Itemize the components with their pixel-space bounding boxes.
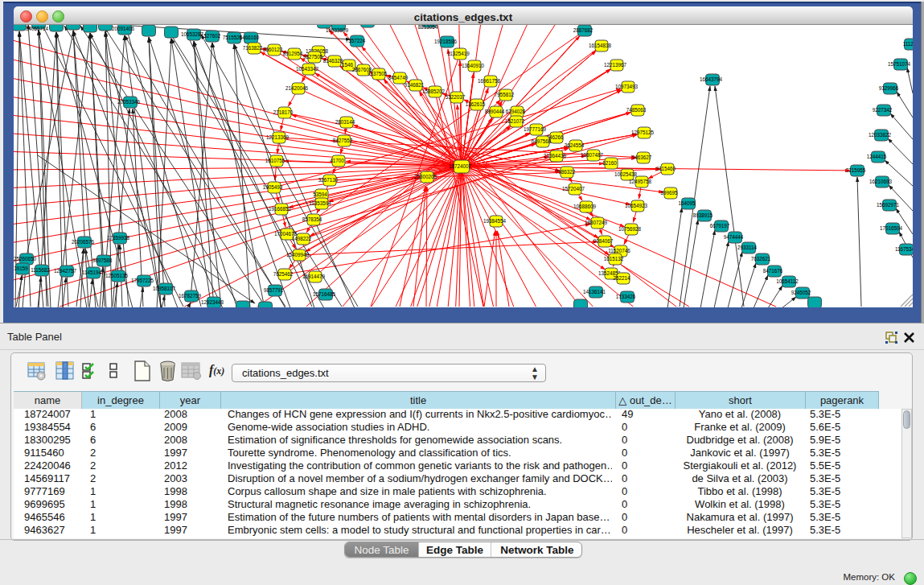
svg-text:14055714: 14055714 [26, 26, 49, 31]
svg-text:3215955: 3215955 [846, 167, 866, 173]
svg-text:1145194: 1145194 [82, 270, 102, 275]
svg-text:9146821: 9146821 [405, 82, 425, 88]
svg-text:20053346: 20053346 [117, 99, 141, 105]
svg-text:16961758: 16961758 [478, 78, 501, 84]
svg-text:53594: 53594 [313, 192, 327, 197]
svg-text:2718170: 2718170 [273, 109, 294, 115]
svg-text:12975125: 12975125 [631, 130, 655, 135]
svg-text:1610755: 1610755 [265, 158, 285, 163]
svg-text:8471676: 8471676 [763, 268, 783, 274]
svg-text:19384554: 19384554 [483, 218, 507, 224]
svg-text:252214: 252214 [613, 275, 630, 281]
svg-text:8454749: 8454749 [388, 75, 409, 80]
svg-text:3267130: 3267130 [318, 177, 339, 183]
svg-text:7163822: 7163822 [243, 45, 263, 51]
svg-text:164095: 164095 [678, 200, 696, 206]
svg-text:9827505: 9827505 [303, 54, 323, 60]
svg-text:11353594: 11353594 [309, 200, 331, 206]
svg-text:10025438: 10025438 [614, 171, 638, 177]
svg-text:16782759: 16782759 [179, 293, 202, 299]
svg-text:19166852: 19166852 [269, 206, 292, 212]
svg-text:9329966: 9329966 [879, 85, 899, 91]
svg-text:6497568: 6497568 [532, 138, 552, 144]
svg-text:2887682: 2887682 [573, 27, 593, 33]
svg-text:8912954: 8912954 [283, 51, 303, 56]
svg-text:8990444: 8990444 [485, 109, 505, 114]
svg-text:15409948: 15409948 [286, 252, 310, 257]
svg-text:9137505: 9137505 [368, 71, 388, 76]
svg-text:8813054: 8813054 [418, 25, 438, 30]
svg-text:1498222: 1498222 [292, 236, 312, 241]
svg-text:25300205: 25300205 [414, 174, 437, 179]
svg-text:12923448: 12923448 [201, 299, 224, 305]
svg-text:7632621: 7632621 [751, 256, 771, 262]
svg-text:1244415: 1244415 [867, 154, 887, 159]
svg-text:15885202: 15885202 [422, 89, 446, 94]
svg-text:1905493: 1905493 [263, 184, 283, 190]
svg-text:7357224: 7357224 [346, 38, 366, 43]
svg-text:10688609: 10688609 [573, 204, 597, 209]
svg-text:14136141: 14136141 [583, 289, 606, 295]
svg-text:10654112: 10654112 [776, 278, 799, 284]
svg-text:1167534: 1167534 [895, 246, 913, 252]
svg-text:6466160: 6466160 [240, 35, 260, 40]
svg-text:10973493: 10973493 [615, 84, 639, 89]
svg-text:7955812: 7955812 [495, 92, 515, 97]
svg-text:2933114: 2933114 [737, 245, 758, 250]
svg-text:21364436: 21364436 [544, 153, 567, 159]
svg-text:8146328: 8146328 [323, 58, 343, 64]
svg-text:9115460: 9115460 [656, 166, 676, 171]
svg-text:5322037: 5322037 [446, 94, 466, 100]
svg-text:1615132: 1615132 [604, 256, 624, 262]
svg-text:8427552: 8427552 [333, 138, 353, 143]
svg-text:1362615: 1362615 [466, 101, 486, 107]
svg-text:1527602: 1527602 [201, 33, 221, 39]
svg-text:15692971: 15692971 [877, 202, 900, 208]
svg-text:16914479: 16914479 [302, 274, 326, 279]
svg-text:10543342: 10543342 [296, 66, 319, 72]
svg-text:9227342: 9227342 [873, 107, 893, 113]
svg-text:11123: 11123 [903, 41, 913, 47]
svg-text:12213369: 12213369 [266, 134, 290, 140]
svg-text:20091406: 20091406 [112, 26, 135, 31]
svg-text:25260650: 25260650 [14, 256, 36, 262]
svg-text:10958107: 10958107 [153, 286, 176, 291]
svg-text:11520746: 11520746 [608, 248, 630, 253]
svg-text:13640910: 13640910 [462, 63, 485, 68]
svg-text:41700: 41700 [330, 158, 344, 163]
svg-text:1621072: 1621072 [505, 118, 525, 124]
svg-text:3624554: 3624554 [565, 142, 585, 148]
svg-text:10654923: 10654923 [625, 203, 648, 208]
svg-text:9084067: 9084067 [593, 238, 614, 244]
svg-text:16033809: 16033809 [326, 27, 349, 33]
svg-text:2803144: 2803144 [335, 119, 355, 125]
svg-text:10756928: 10756928 [618, 226, 642, 232]
svg-text:17957225: 17957225 [131, 278, 154, 283]
svg-text:6794028: 6794028 [506, 109, 526, 114]
svg-text:20206576: 20206576 [72, 239, 95, 245]
svg-text:15720407: 15720407 [562, 186, 585, 192]
svg-text:18807249: 18807249 [585, 220, 608, 225]
svg-text:9245052: 9245052 [791, 290, 811, 295]
svg-text:11325419: 11325419 [447, 51, 470, 56]
svg-text:15751074: 15751074 [888, 61, 911, 67]
svg-text:15716485: 15716485 [313, 291, 336, 297]
svg-text:16154838: 16154838 [589, 43, 612, 48]
svg-text:899695: 899695 [660, 190, 678, 196]
svg-text:12942757: 12942757 [54, 268, 77, 274]
svg-text:12495758: 12495758 [629, 179, 652, 184]
svg-text:9474444: 9474444 [724, 234, 744, 240]
svg-text:39159: 39159 [14, 266, 28, 271]
svg-text:7485063: 7485063 [626, 107, 647, 113]
svg-text:21420046: 21420046 [285, 85, 309, 91]
svg-text:12505135: 12505135 [105, 273, 129, 278]
svg-text:8578354: 8578354 [302, 216, 322, 222]
svg-text:62160: 62160 [602, 160, 617, 166]
svg-text:9857791: 9857791 [264, 287, 284, 293]
svg-text:8938915: 8938915 [693, 212, 713, 218]
svg-text:16643794: 16643794 [700, 76, 723, 82]
svg-text:12033822: 12033822 [869, 132, 892, 138]
svg-text:12213967: 12213967 [604, 62, 627, 68]
svg-text:1115682: 1115682 [31, 267, 50, 273]
svg-text:19777169: 19777169 [524, 126, 547, 132]
